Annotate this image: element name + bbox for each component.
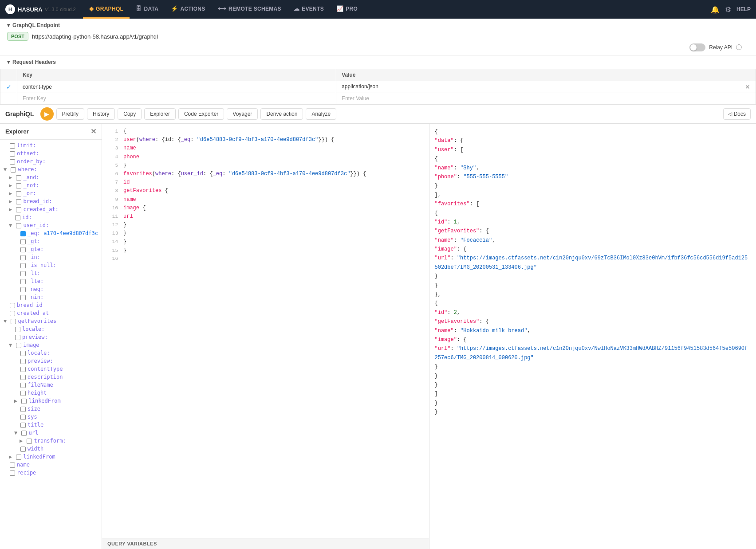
headers-header[interactable]: ▾ Request Headers [0,55,756,69]
tree-checkbox[interactable] [16,455,21,460]
header-value-0[interactable]: application/json ✕ [336,81,756,93]
nav-item-actions[interactable]: ⚡ ACTIONS [165,0,211,19]
tree-checkbox[interactable] [10,159,15,165]
settings-icon[interactable]: ⚙ [725,5,731,14]
tree-checkbox[interactable] [21,399,27,404]
explorer-tree-item[interactable]: _nin: [2,293,100,301]
relay-api-toggle[interactable] [689,43,705,51]
explorer-tree-item[interactable]: ▶ _or: [2,189,100,197]
tree-checkbox[interactable] [20,415,26,420]
tree-checkbox[interactable] [20,391,26,396]
query-variables-bar[interactable]: QUERY VARIABLES [102,538,429,549]
explorer-tree-item[interactable]: ▶ bread_id: [2,197,100,205]
explorer-tree-item[interactable]: ▶ created_at: [2,205,100,213]
explorer-tree-item[interactable]: locale: [2,349,100,357]
explorer-tree-item[interactable]: _lte: [2,277,100,285]
bell-icon[interactable]: 🔔 [711,5,720,14]
explorer-tree-item[interactable]: preview: [2,333,100,341]
tree-checkbox[interactable] [10,143,15,149]
tree-checkbox[interactable] [15,335,20,340]
explorer-tree-item[interactable]: ▶ linkedFrom [2,453,100,461]
nav-item-remote-schemas[interactable]: ⟷ REMOTE SCHEMAS [212,0,287,19]
history-button[interactable]: History [87,108,115,120]
tree-checkbox[interactable] [20,375,26,380]
copy-button[interactable]: Copy [118,108,142,120]
explorer-tree-item[interactable]: name [2,461,100,469]
info-icon[interactable]: ⓘ [736,43,742,51]
tree-checkbox[interactable] [10,311,15,316]
explorer-tree-item[interactable]: limit: [2,141,100,149]
explorer-tree-item[interactable]: width [2,445,100,453]
tree-checkbox[interactable] [20,447,26,452]
docs-button[interactable]: ◁ Docs [723,108,751,120]
tree-checkbox[interactable] [21,431,27,436]
explorer-tree-item[interactable]: ▼ url [2,429,100,437]
tree-checkbox[interactable] [16,199,21,204]
tree-checkbox[interactable] [10,471,15,476]
prettify-button[interactable]: Prettify [56,108,84,120]
nav-item-pro[interactable]: 📈 PRO [330,0,364,19]
nav-item-data[interactable]: 🗄 DATA [130,0,165,19]
explorer-tree-item[interactable]: _eq: a170-4ee9d807df3c [2,229,100,237]
explorer-tree-item[interactable]: order_by: [2,157,100,165]
tree-checkbox[interactable] [10,303,15,308]
explorer-tree-item[interactable]: fileName [2,381,100,389]
nav-item-graphql[interactable]: ◆ GRAPHQL [83,0,130,19]
explorer-tree-item[interactable]: bread_id [2,301,100,309]
explorer-tree-item[interactable]: preview: [2,357,100,365]
query-editor[interactable]: 1{2 user(where: {id: {_eq: "d6e54883-0cf… [102,124,429,549]
tree-checkbox[interactable] [15,327,20,332]
tree-checkbox[interactable] [20,247,26,252]
tree-checkbox[interactable] [10,151,15,157]
explorer-tree-item[interactable]: height [2,389,100,397]
tree-checkbox[interactable] [16,175,21,180]
explorer-tree-item[interactable]: contentType [2,365,100,373]
tree-checkbox[interactable] [20,423,26,428]
tree-checkbox[interactable] [10,463,15,468]
voyager-button[interactable]: Voyager [227,108,258,120]
tree-checkbox[interactable] [20,383,26,388]
header-delete-0[interactable]: ✕ [745,83,750,90]
explorer-tree-item[interactable]: title [2,421,100,429]
explorer-tree-item[interactable]: sys [2,413,100,421]
tree-checkbox[interactable] [16,191,21,196]
explorer-tree-item[interactable]: created_at [2,309,100,317]
analyze-button[interactable]: Analyze [306,108,336,120]
tree-checkbox[interactable] [20,271,26,276]
tree-checkbox[interactable] [20,351,26,356]
explorer-tree-item[interactable]: _in: [2,253,100,261]
tree-checkbox[interactable] [20,359,26,364]
explorer-tree-item[interactable]: _is_null: [2,261,100,269]
endpoint-header[interactable]: ▾ GraphQL Endpoint [7,22,749,28]
tree-checkbox[interactable] [27,439,32,444]
explorer-tree-item[interactable]: description [2,373,100,381]
tree-checkbox[interactable] [16,223,21,228]
tree-checkbox[interactable] [20,407,26,412]
tree-checkbox[interactable] [20,367,26,372]
header-check-0[interactable]: ✓ [6,83,12,90]
derive-action-button[interactable]: Derive action [260,108,303,120]
tree-checkbox[interactable] [20,295,26,300]
tree-checkbox[interactable] [20,239,26,244]
explorer-tree-item[interactable]: offset: [2,149,100,157]
explorer-tree-item[interactable]: ▶ _not: [2,181,100,189]
explorer-tree-item[interactable]: ▶ transform: [2,437,100,445]
explorer-tree-item[interactable]: ▼ user_id: [2,221,100,229]
explorer-tree-item[interactable]: ▼ image [2,341,100,349]
explorer-tree-item[interactable]: size [2,405,100,413]
explorer-tree-item[interactable]: _neq: [2,285,100,293]
nav-item-events[interactable]: ☁ EVENTS [287,0,330,19]
explorer-tree-item[interactable]: _gte: [2,245,100,253]
explorer-tree-item[interactable]: ▶ _and: [2,173,100,181]
explorer-button[interactable]: Explorer [144,108,176,120]
help-link[interactable]: HELP [736,6,751,12]
tree-checkbox[interactable] [11,167,16,173]
run-button[interactable]: ▶ [40,107,54,121]
code-exporter-button[interactable]: Code Exporter [178,108,224,120]
tree-checkbox[interactable] [20,255,26,260]
tree-checkbox[interactable] [15,215,20,220]
tree-checkbox[interactable] [16,207,21,212]
explorer-close-button[interactable]: ✕ [91,127,96,136]
tree-checkbox[interactable] [20,231,26,236]
header-new-key[interactable]: Enter Key [17,93,336,104]
